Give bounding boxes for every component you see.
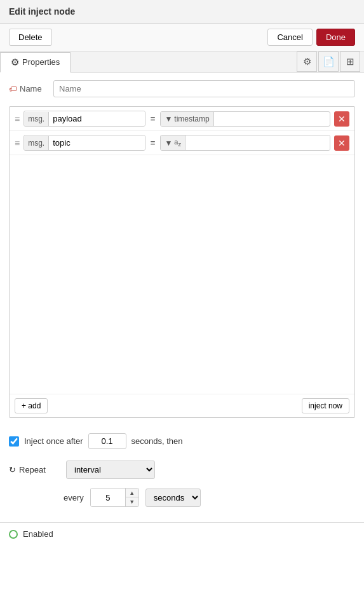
- toolbar-right: Cancel Done: [267, 29, 355, 46]
- value-type-label-1: timestamp: [174, 114, 209, 123]
- key-input-1[interactable]: [49, 111, 145, 126]
- table-row: ≡ msg. = ▼ timestamp ✕: [10, 107, 354, 131]
- unit-select[interactable]: seconds minutes hours days: [145, 489, 201, 507]
- tab-row: ⚙ Properties ⚙ 📄 ⊞: [0, 52, 364, 73]
- equals-2: =: [149, 138, 157, 148]
- stepper-up-button[interactable]: ▲: [126, 489, 138, 497]
- inject-once-row: Inject once after seconds, then: [0, 433, 364, 449]
- delete-button[interactable]: Delete: [9, 29, 52, 46]
- inject-now-button[interactable]: inject now: [302, 398, 349, 413]
- table-row: ≡ msg. = ▼ az ✕: [10, 131, 354, 155]
- tab-icon-settings[interactable]: ⚙: [297, 52, 317, 72]
- prop-key-1: msg.: [24, 111, 145, 127]
- value-type-2[interactable]: ▼ az: [161, 135, 185, 150]
- prop-key-2: msg.: [24, 135, 145, 151]
- tab-icons: ⚙ 📄 ⊞: [297, 52, 364, 72]
- header-title: Edit inject node: [9, 6, 75, 17]
- cancel-button[interactable]: Cancel: [267, 29, 312, 46]
- repeat-row: ↻ Repeat interval immediately at a speci…: [0, 455, 364, 484]
- chevron-down-icon: ▼: [165, 139, 172, 148]
- tab-icon-doc[interactable]: 📄: [318, 52, 339, 72]
- tab-icon-grid[interactable]: ⊞: [340, 52, 360, 72]
- repeat-label-text: Repeat: [19, 465, 46, 475]
- content-area: 🏷 Name ≡ msg. = ▼ timestamp ✕ ≡: [0, 73, 364, 426]
- prop-value-2: ▼ az: [160, 135, 330, 151]
- inject-once-checkbox[interactable]: [9, 436, 19, 447]
- equals-1: =: [149, 114, 157, 123]
- name-row: 🏷 Name: [9, 80, 355, 97]
- delete-row-1[interactable]: ✕: [334, 111, 349, 127]
- value-input-2[interactable]: [185, 135, 330, 150]
- az-icon: az: [174, 138, 181, 148]
- name-input[interactable]: [53, 80, 355, 97]
- value-type-1[interactable]: ▼ timestamp: [161, 112, 213, 126]
- toolbar: Delete Cancel Done: [0, 24, 364, 52]
- tab-properties-label: Properties: [22, 57, 60, 67]
- key-prefix-1: msg.: [24, 112, 49, 126]
- prop-value-1: ▼ timestamp: [160, 111, 330, 127]
- dialog-header: Edit inject node: [0, 0, 364, 24]
- name-label-text: Name: [20, 84, 42, 94]
- refresh-icon: ↻: [9, 465, 16, 475]
- add-button[interactable]: + add: [15, 398, 48, 413]
- key-input-2[interactable]: [49, 135, 145, 150]
- inject-once-label: Inject once after: [24, 436, 83, 446]
- gear-icon: ⚙: [11, 57, 19, 68]
- properties-area: ≡ msg. = ▼ timestamp ✕ ≡ msg. =: [9, 106, 355, 418]
- done-button[interactable]: Done: [316, 29, 355, 46]
- stepper-wrap: ▲ ▼: [90, 488, 139, 507]
- tag-icon: 🏷: [9, 85, 17, 94]
- enabled-label: Enabled: [23, 529, 53, 539]
- delete-row-2[interactable]: ✕: [334, 135, 349, 151]
- every-label: every: [64, 493, 84, 502]
- every-row: every ▲ ▼ seconds minutes hours days: [0, 484, 364, 516]
- repeat-select[interactable]: interval immediately at a specific time: [66, 461, 155, 479]
- drag-handle-icon[interactable]: ≡: [15, 114, 20, 124]
- props-footer: + add inject now: [10, 394, 354, 417]
- stepper-down-button[interactable]: ▼: [126, 497, 138, 506]
- repeat-label: ↻ Repeat: [9, 465, 60, 475]
- every-value-input[interactable]: [91, 489, 126, 506]
- inject-once-value[interactable]: [88, 433, 126, 449]
- inject-once-suffix: seconds, then: [131, 436, 183, 446]
- chevron-down-icon: ▼: [165, 114, 172, 123]
- key-prefix-2: msg.: [24, 136, 49, 150]
- name-label: 🏷 Name: [9, 84, 47, 94]
- drag-handle-icon[interactable]: ≡: [15, 138, 20, 148]
- stepper-buttons: ▲ ▼: [126, 489, 138, 506]
- enabled-row: Enabled: [0, 522, 364, 545]
- enabled-circle-icon: [9, 530, 18, 539]
- tab-properties[interactable]: ⚙ Properties: [0, 52, 71, 73]
